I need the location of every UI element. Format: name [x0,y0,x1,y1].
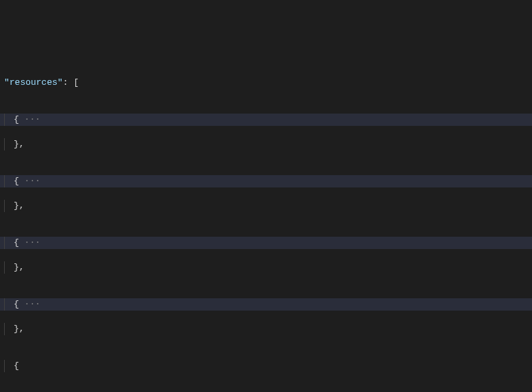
code-line[interactable]: "resources": [ [0,77,532,89]
brace: }, [14,138,25,151]
folded-region[interactable]: { ··· [0,298,532,311]
brace: }, [14,200,25,212]
folded-region[interactable]: { ··· [0,114,532,126]
folded-region[interactable]: { ··· [0,175,532,187]
code-line[interactable]: }, [0,138,532,151]
code-line[interactable]: }, [0,261,532,274]
brace: { [14,298,19,311]
brace: }, [14,261,25,274]
code-line[interactable]: }, [0,200,532,212]
punct: : [ [63,77,79,89]
brace: { [14,114,19,126]
fold-dots-icon[interactable]: ··· [19,237,40,249]
brace: { [14,237,19,249]
code-line[interactable]: { [0,360,532,372]
fold-dots-icon[interactable]: ··· [19,175,40,187]
code-line[interactable]: }, [0,323,532,335]
fold-dots-icon[interactable]: ··· [19,114,40,126]
code-editor[interactable]: "resources": [ { ··· }, { ··· }, { ··· }… [0,52,532,392]
fold-dots-icon[interactable]: ··· [19,298,40,311]
brace: }, [14,323,25,335]
brace: { [14,175,19,187]
json-key: "resources" [4,77,63,89]
folded-region[interactable]: { ··· [0,237,532,249]
brace: { [14,360,19,372]
